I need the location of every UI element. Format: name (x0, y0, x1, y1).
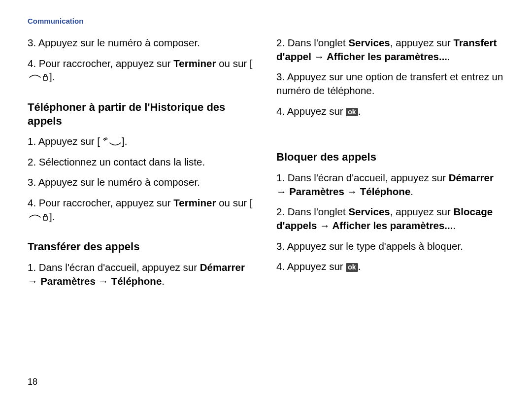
text-run: , appuyez sur (390, 206, 454, 217)
text-run: 2. Dans l'onglet (276, 206, 348, 217)
page-number: 18 (28, 377, 37, 387)
step-text: 4. Pour raccrocher, appuyez sur Terminer… (28, 57, 256, 84)
step-text: 2. Sélectionnez un contact dans la liste… (28, 155, 256, 169)
text-run: . (358, 261, 361, 272)
text-run: ]. (49, 211, 55, 222)
step-text: 1. Dans l'écran d'accueil, appuyez sur D… (276, 171, 504, 198)
step-text: 1. Appuyez sur []. (28, 134, 256, 148)
manual-page: Communication 3. Appuyez sur le numéro à… (0, 0, 532, 399)
step-text: 3. Appuyez sur le numéro à composer. (28, 36, 256, 50)
step-text: 4. Pour raccrocher, appuyez sur Terminer… (28, 196, 256, 223)
section-label: Communication (28, 17, 504, 25)
text-run: ]. (49, 71, 55, 82)
emphasis: Terminer (173, 197, 216, 208)
ok-icon: ok (346, 263, 358, 271)
text-run: ou sur [ (216, 58, 252, 69)
right-column: 2. Dans l'onglet Services, appuyez sur T… (276, 36, 504, 295)
text-run: 4. Pour raccrocher, appuyez sur (28, 197, 173, 208)
text-run: 4. Appuyez sur (276, 261, 346, 272)
two-column-layout: 3. Appuyez sur le numéro à composer. 4. … (28, 36, 504, 295)
text-run: . (162, 275, 165, 287)
text-run: . (410, 186, 413, 197)
emphasis: Services (348, 37, 390, 48)
hangup-lock-icon (28, 210, 49, 224)
text-run: 1. Appuyez sur [ (28, 135, 100, 147)
ok-icon: ok (346, 108, 358, 116)
heading: Bloquer des appels (276, 150, 504, 164)
heading: Téléphoner à partir de l'Historique des … (28, 100, 256, 128)
step-text: 2. Dans l'onglet Services, appuyez sur T… (276, 36, 504, 63)
text-run: , appuyez sur (390, 37, 454, 48)
heading: Transférer des appels (28, 240, 256, 254)
step-text: 1. Dans l'écran d'accueil, appuyez sur D… (28, 261, 256, 288)
emphasis: Services (348, 206, 390, 217)
text-run: 1. Dans l'écran d'accueil, appuyez sur (28, 262, 200, 273)
left-column: 3. Appuyez sur le numéro à composer. 4. … (28, 36, 256, 295)
svg-rect-0 (43, 76, 47, 80)
hangup-lock-icon (28, 70, 49, 84)
text-run: 4. Pour raccrocher, appuyez sur (28, 58, 173, 69)
text-run: ]. (122, 135, 127, 147)
text-run: . (447, 51, 450, 62)
text-run: 4. Appuyez sur (276, 105, 346, 117)
text-run: 2. Dans l'onglet (276, 37, 348, 48)
text-run: . (453, 220, 456, 231)
text-run: . (358, 105, 361, 117)
step-text: 3. Appuyez sur le type d'appels à bloque… (276, 239, 504, 253)
step-text: 3. Appuyez sur le numéro à composer. (28, 175, 256, 189)
step-text: 4. Appuyez sur ok. (276, 260, 504, 273)
text-run: 1. Dans l'écran d'accueil, appuyez sur (276, 172, 449, 183)
emphasis: Terminer (173, 58, 216, 69)
step-text: 2. Dans l'onglet Services, appuyez sur B… (276, 205, 504, 232)
text-run: ou sur [ (216, 197, 252, 208)
step-text: 4. Appuyez sur ok. (276, 104, 504, 118)
step-text: 3. Appuyez sur une option de transfert e… (276, 70, 504, 97)
call-icon (100, 134, 122, 148)
svg-rect-1 (43, 216, 47, 220)
